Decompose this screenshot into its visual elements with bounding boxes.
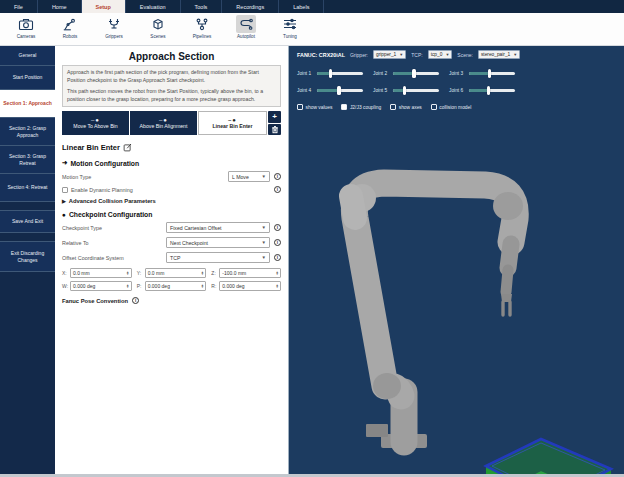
info-icon[interactable]: i [274, 239, 281, 246]
joint-1-slider[interactable]: Joint 1 [297, 65, 373, 82]
slider-handle[interactable] [329, 69, 332, 78]
menu-tab-recordings[interactable]: Recordings [222, 0, 279, 13]
sidebar-divider [0, 233, 55, 242]
offset-x-input[interactable]: 0.0 mm ▴▾ [70, 268, 132, 278]
menu-tab-tools[interactable]: Tools [181, 0, 223, 13]
checkpoint-type-select[interactable]: Fixed Cartesian Offset ▼ [166, 222, 270, 233]
offset-y-input[interactable]: 0.0 mm ▴▾ [145, 268, 207, 278]
robot-icon [60, 15, 80, 33]
offset-coordinate-system-select[interactable]: TCP ▼ [166, 252, 270, 263]
bin-model [486, 439, 611, 477]
info-icon[interactable]: i [274, 224, 281, 231]
info-icon[interactable]: i [274, 173, 281, 180]
toolbar-cameras[interactable]: Cameras [6, 15, 46, 45]
toolbar-grippers[interactable]: Grippers [94, 15, 134, 45]
checkpoint-configuration-header[interactable]: ● Checkpoint Configuration [62, 211, 281, 218]
info-icon[interactable]: i [274, 254, 281, 261]
stepper-icon[interactable]: ▴▾ [276, 271, 278, 276]
motion-type-select[interactable]: L Move ▼ [228, 171, 270, 182]
checkpoint-name: Linear Bin Enter [62, 143, 120, 152]
relative-to-select[interactable]: Next Checkpoint ▼ [166, 237, 270, 248]
toolbar-scenes[interactable]: Scenes [138, 15, 178, 45]
robot-model-label: FANUC: CRX20iAL [297, 52, 345, 58]
tab-linear-bin-enter[interactable]: –● Linear Bin Enter [198, 111, 267, 135]
offset-coordinate-system-label: Offset Coordinate System [62, 255, 166, 261]
sidebar-item-section1-approach[interactable]: Section 1: Approach [0, 90, 55, 118]
info-icon[interactable]: i [274, 186, 281, 193]
offset-r-input[interactable]: 0.000 deg ▴▾ [219, 281, 281, 291]
slider-handle[interactable] [487, 86, 490, 95]
toolbar-robots[interactable]: Robots [50, 15, 90, 45]
add-checkpoint-button[interactable]: + [268, 111, 281, 123]
robot-3d-viewport[interactable] [289, 116, 624, 477]
chevron-right-icon: ▶ [62, 198, 66, 204]
motion-configuration-header[interactable]: ➜ Motion Configuration [62, 159, 281, 167]
stepper-icon[interactable]: ▴▾ [202, 271, 204, 276]
menu-tab-file[interactable]: File [0, 0, 38, 13]
dynamic-planning-checkbox[interactable] [62, 187, 68, 193]
motion-type-row: Motion Type L Move ▼ i [62, 171, 281, 182]
toolbar-pipelines[interactable]: Pipelines [182, 15, 222, 45]
joint-6-slider[interactable]: Joint 6 [449, 82, 525, 99]
sidebar-item-section3-grasp-retreat[interactable]: Section 3: Grasp Retreat [0, 146, 55, 174]
chevron-down-icon: ▼ [262, 174, 266, 179]
sidebar-item-general[interactable]: General [0, 46, 55, 66]
waypoint-icon: –● [228, 118, 237, 122]
sidebar-item-save-and-exit[interactable]: Save And Exit [0, 211, 55, 233]
page-title: Approach Section [62, 51, 281, 62]
toolbar-autopilot[interactable]: Autopilot [226, 15, 266, 45]
dynamic-planning-row: Enable Dynamic Planning i [62, 186, 281, 193]
sidebar-item-section4-retreat[interactable]: Section 4: Retreat [0, 174, 55, 202]
offset-w: W: 0.000 deg ▴▾ [62, 281, 132, 291]
joint-2-slider[interactable]: Joint 2 [373, 65, 449, 82]
offset-r: R: 0.000 deg ▴▾ [211, 281, 281, 291]
joint-3-slider[interactable]: Joint 3 [449, 65, 525, 82]
route-icon [236, 15, 256, 33]
menu-tab-labels[interactable]: Labels [279, 0, 324, 13]
delete-checkpoint-button[interactable] [268, 124, 281, 136]
gripper-select[interactable]: gripper_1 ▼ [373, 50, 406, 59]
camera-icon [16, 15, 36, 33]
chevron-down-icon: ▼ [262, 225, 266, 230]
slider-handle[interactable] [488, 69, 491, 78]
stepper-icon[interactable]: ▴▾ [127, 284, 129, 289]
fanuc-pose-convention: Fanuc Pose Convention i [62, 297, 281, 304]
scene-select[interactable]: stereo_pair_1 ▼ [478, 50, 520, 59]
sidebar-item-section2-grasp-approach[interactable]: Section 2: Grasp Approach [0, 118, 55, 146]
menu-tab-home[interactable]: Home [38, 0, 82, 13]
sidebar-item-exit-discarding-changes[interactable]: Exit Discarding Changes [0, 242, 55, 272]
edit-icon[interactable] [123, 143, 132, 152]
toolbar-tuning[interactable]: Tuning [270, 15, 310, 45]
advanced-collision-parameters[interactable]: ▶ Advanced Collision Parameters [62, 198, 281, 204]
stepper-icon[interactable]: ▴▾ [127, 271, 129, 276]
collision-model-checkbox[interactable]: collision model [431, 104, 472, 110]
show-values-checkbox[interactable]: show values [297, 104, 332, 110]
menu-tab-setup[interactable]: Setup [82, 0, 126, 13]
slider-handle[interactable] [337, 86, 340, 95]
offset-coordinate-system-row: Offset Coordinate System TCP ▼ i [62, 252, 281, 263]
sidebar-divider [0, 202, 55, 211]
joint-5-slider[interactable]: Joint 5 [373, 82, 449, 99]
stepper-icon[interactable]: ▴▾ [202, 284, 204, 289]
offset-p-input[interactable]: 0.000 deg ▴▾ [145, 281, 207, 291]
stepper-icon[interactable]: ▴▾ [276, 284, 278, 289]
relative-to-label: Relative To [62, 240, 166, 246]
tcp-select[interactable]: tcp_0 ▼ [428, 50, 453, 59]
show-axes-checkbox[interactable]: show axes [390, 104, 422, 110]
offset-z-input[interactable]: -100.0 mm ▴▾ [219, 268, 281, 278]
offset-w-input[interactable]: 0.000 deg ▴▾ [70, 281, 132, 291]
joint-4-slider[interactable]: Joint 4 [297, 82, 373, 99]
robot-viewport-panel: FANUC: CRX20iAL Gripper: gripper_1 ▼ TCP… [289, 46, 624, 477]
info-icon[interactable]: i [132, 297, 139, 304]
j2-j3-coupling-checkbox[interactable]: J2/J3 coupling [341, 104, 381, 110]
trash-icon [271, 125, 279, 134]
checkpoint-name-row: Linear Bin Enter [62, 143, 281, 152]
slider-handle[interactable] [403, 86, 406, 95]
slider-handle[interactable] [412, 69, 415, 78]
menu-tab-evaluation[interactable]: Evaluation [126, 0, 181, 13]
waypoint-icon: –● [91, 118, 100, 122]
tab-above-bin-alignment[interactable]: –● Above Bin Alignment [130, 111, 197, 135]
chevron-down-icon: ▼ [262, 255, 266, 260]
sidebar-item-start-position[interactable]: Start Position [0, 66, 55, 90]
tab-move-to-above-bin[interactable]: –● Move To Above Bin [62, 111, 129, 135]
